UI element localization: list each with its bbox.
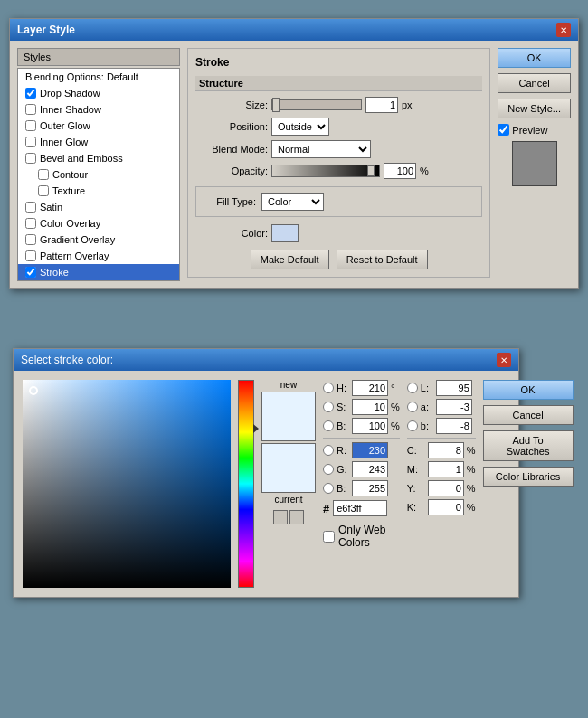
color-picker-title: Select stroke color: xyxy=(21,354,113,366)
reset-to-default-button[interactable]: Reset to Default xyxy=(337,250,428,269)
blue-radio[interactable] xyxy=(323,483,334,494)
outer-glow-checkbox[interactable] xyxy=(25,120,36,131)
style-item-bevel-emboss[interactable]: Bevel and Emboss xyxy=(18,150,179,166)
green-radio[interactable] xyxy=(323,464,334,475)
current-color-swatch[interactable] xyxy=(261,443,316,493)
preview-row: Preview xyxy=(498,124,571,136)
blend-mode-label: Blend Mode: xyxy=(195,144,268,155)
hue-value-input[interactable] xyxy=(352,380,388,396)
lab-b-value-input[interactable] xyxy=(436,418,472,434)
size-slider[interactable] xyxy=(271,99,362,110)
black-label: K: xyxy=(407,502,425,513)
saturation-label: S: xyxy=(337,402,349,412)
satin-checkbox[interactable] xyxy=(25,202,36,213)
color-picker-close-button[interactable]: ✕ xyxy=(497,353,511,367)
position-label: Position: xyxy=(195,121,268,132)
contour-checkbox[interactable] xyxy=(38,169,49,180)
inner-shadow-checkbox[interactable] xyxy=(25,104,36,115)
new-color-swatch[interactable] xyxy=(261,392,316,441)
color-picker-titlebar: Select stroke color: ✕ xyxy=(14,349,518,371)
add-to-swatches-button[interactable]: Add To Swatches xyxy=(483,430,574,461)
bevel-emboss-checkbox[interactable] xyxy=(25,153,36,164)
style-item-stroke[interactable]: Stroke xyxy=(18,264,179,280)
color-icon-2[interactable] xyxy=(289,510,304,524)
lab-a-value-input[interactable] xyxy=(436,399,472,415)
inner-glow-checkbox[interactable] xyxy=(25,137,36,147)
only-web-colors-label: Only Web Colors xyxy=(338,524,400,549)
blue-value-input[interactable] xyxy=(352,480,388,496)
styles-panel: Styles Blending Options: Default Drop Sh… xyxy=(17,48,180,281)
hue-slider[interactable] xyxy=(238,380,254,588)
style-item-satin[interactable]: Satin xyxy=(18,199,179,215)
color-values-right: L: a: b: C: xyxy=(407,380,476,588)
opacity-input[interactable] xyxy=(384,163,416,179)
gradient-overlay-checkbox[interactable] xyxy=(25,234,36,245)
only-web-colors-checkbox[interactable] xyxy=(323,531,335,543)
blend-mode-row: Blend Mode: Normal Dissolve Multiply Scr… xyxy=(195,140,482,158)
lab-l-value-input[interactable] xyxy=(436,380,472,396)
layer-style-titlebar: Layer Style ✕ xyxy=(10,19,578,41)
style-item-drop-shadow[interactable]: Drop Shadow xyxy=(18,85,179,101)
yellow-value-input[interactable] xyxy=(428,480,464,496)
picker-ok-button[interactable]: OK xyxy=(483,380,574,400)
styles-panel-header: Styles xyxy=(17,48,180,66)
layer-style-close-button[interactable]: ✕ xyxy=(556,23,571,37)
preview-checkbox[interactable] xyxy=(498,124,509,136)
hex-symbol: # xyxy=(323,502,329,515)
cyan-value-input[interactable] xyxy=(428,442,464,458)
make-default-button[interactable]: Make Default xyxy=(251,250,329,269)
size-input[interactable] xyxy=(365,97,398,113)
green-value-input[interactable] xyxy=(352,461,388,477)
picker-cancel-button[interactable]: Cancel xyxy=(483,405,574,425)
saturation-radio[interactable] xyxy=(323,402,334,412)
style-item-contour[interactable]: Contour xyxy=(18,166,179,183)
black-row: K: % xyxy=(407,499,476,515)
style-item-outer-glow[interactable]: Outer Glow xyxy=(18,118,179,134)
magenta-value-input[interactable] xyxy=(428,461,464,477)
color-values-left: H: ° S: % B: % xyxy=(323,380,400,588)
blend-mode-select[interactable]: Normal Dissolve Multiply Screen Overlay xyxy=(271,140,371,158)
hue-slider-arrow xyxy=(253,424,259,433)
hex-input[interactable] xyxy=(333,500,387,516)
style-item-texture[interactable]: Texture xyxy=(18,183,179,199)
brightness-radio[interactable] xyxy=(323,420,334,431)
ok-button[interactable]: OK xyxy=(498,48,571,68)
color-overlay-checkbox[interactable] xyxy=(25,218,36,229)
black-value-input[interactable] xyxy=(428,499,464,515)
red-radio[interactable] xyxy=(323,445,334,456)
lab-b-row: b: xyxy=(407,418,476,434)
only-web-colors-row: Only Web Colors xyxy=(323,524,400,549)
color-icon-1[interactable] xyxy=(273,510,288,524)
saturation-value-input[interactable] xyxy=(352,399,388,415)
blue-label: B: xyxy=(337,483,349,494)
style-item-color-overlay[interactable]: Color Overlay xyxy=(18,215,179,231)
red-value-input[interactable] xyxy=(352,442,388,458)
color-saturation-brightness-field[interactable] xyxy=(23,380,231,588)
magenta-row: M: % xyxy=(407,461,476,477)
style-item-inner-glow[interactable]: Inner Glow xyxy=(18,134,179,150)
fill-type-select[interactable]: Color Gradient Pattern xyxy=(261,193,324,211)
lab-b-radio[interactable] xyxy=(407,420,418,431)
opacity-slider-track[interactable] xyxy=(271,165,380,177)
style-item-blending-options[interactable]: Blending Options: Default xyxy=(18,69,179,85)
pattern-overlay-checkbox[interactable] xyxy=(25,250,36,261)
lab-a-radio[interactable] xyxy=(407,402,418,412)
color-field-cursor xyxy=(29,386,38,395)
brightness-label: B: xyxy=(337,420,349,431)
color-libraries-button[interactable]: Color Libraries xyxy=(483,467,574,487)
hue-radio[interactable] xyxy=(323,383,334,393)
style-item-pattern-overlay[interactable]: Pattern Overlay xyxy=(18,248,179,264)
lab-l-radio[interactable] xyxy=(407,383,418,393)
position-select[interactable]: Outside Inside Center xyxy=(271,118,329,136)
style-item-gradient-overlay[interactable]: Gradient Overlay xyxy=(18,231,179,248)
stroke-checkbox[interactable] xyxy=(25,267,36,278)
cyan-unit: % xyxy=(467,445,476,456)
drop-shadow-checkbox[interactable] xyxy=(25,88,36,99)
texture-checkbox[interactable] xyxy=(38,185,49,196)
color-swatch[interactable] xyxy=(271,224,299,242)
brightness-value-input[interactable] xyxy=(352,418,388,434)
cancel-button[interactable]: Cancel xyxy=(498,73,571,93)
new-style-button[interactable]: New Style... xyxy=(498,99,571,118)
styles-list: Blending Options: Default Drop Shadow In… xyxy=(17,68,180,281)
style-item-inner-shadow[interactable]: Inner Shadow xyxy=(18,101,179,118)
